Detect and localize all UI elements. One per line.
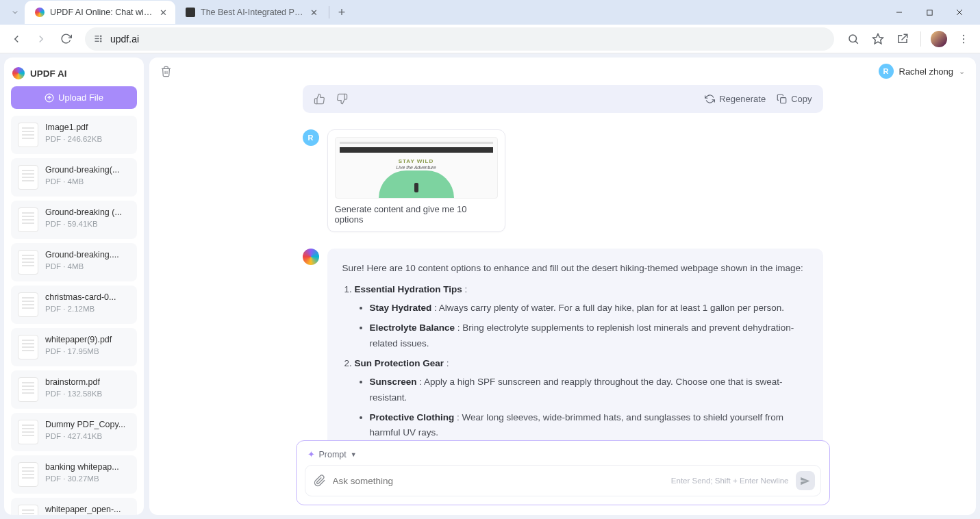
prompt-dropdown[interactable]: ✦ Prompt ▼	[305, 448, 821, 465]
user-message-text: Generate content and give me 10 options	[335, 204, 498, 225]
ai-bullet: Sunscreen : Apply a high SPF sunscreen a…	[370, 375, 808, 406]
upload-file-button[interactable]: Upload File	[11, 86, 137, 109]
zoom-icon[interactable]	[842, 28, 864, 50]
ai-list-item: Sun Protection Gear :Sunscreen : Apply a…	[355, 356, 808, 440]
address-bar[interactable]: updf.ai	[85, 27, 834, 51]
file-item[interactable]: whitepaper(9).pdf PDF · 17.95MB	[11, 328, 137, 366]
file-item[interactable]: brainstorm.pdf PDF · 132.58KB	[11, 370, 137, 409]
file-icon	[18, 462, 38, 487]
copy-label: Copy	[791, 94, 812, 104]
file-meta: PDF · 132.58KB	[45, 390, 130, 398]
file-icon	[18, 420, 38, 444]
send-button[interactable]	[796, 471, 815, 490]
svg-line-11	[855, 41, 858, 44]
file-name: banking whitepap...	[45, 462, 130, 472]
copy-button[interactable]: Copy	[777, 94, 812, 104]
tab-title: The Best AI-Integrated PDF Edi	[201, 8, 303, 17]
regenerate-label: Regenerate	[719, 94, 766, 104]
thumb-text-2: Live the Adventure	[336, 165, 497, 170]
file-item[interactable]: Ground-breaking(... PDF · 4MB	[11, 158, 137, 197]
profile-button[interactable]	[928, 28, 950, 50]
extensions-icon[interactable]	[892, 28, 914, 50]
ai-list-item: Essential Hydration Tips :Stay Hydrated …	[355, 282, 808, 352]
attached-image-thumbnail[interactable]: STAY WILD Live the Adventure	[335, 137, 498, 199]
ai-intro: Sure! Here are 10 content options to enh…	[342, 261, 808, 277]
regenerate-icon	[705, 94, 715, 104]
sidebar-header: UPDF AI	[11, 64, 137, 86]
user-message-avatar: R	[303, 129, 319, 146]
window-close-button[interactable]	[944, 0, 975, 25]
ai-bullet: Electrolyte Balance : Bring electrolyte …	[370, 320, 808, 352]
file-meta: PDF · 246.62KB	[45, 135, 130, 143]
chrome-menu-button[interactable]	[953, 28, 975, 50]
chevron-down-icon: ⌄	[959, 67, 965, 76]
favicon-generic	[185, 7, 195, 18]
svg-rect-1	[927, 10, 931, 14]
user-name: Rachel zhong	[899, 66, 954, 77]
svg-point-9	[101, 41, 101, 42]
user-menu[interactable]: R Rachel zhong ⌄	[879, 64, 966, 79]
thumb-text-1: STAY WILD	[336, 158, 497, 164]
main-panel: R Rachel zhong ⌄ Regene	[149, 58, 976, 515]
tab-title: UPDF AI Online: Chat with PDF	[50, 8, 153, 17]
message-input[interactable]	[333, 476, 664, 486]
svg-rect-17	[781, 98, 786, 103]
svg-marker-12	[873, 34, 883, 43]
file-name: christmas-card-0...	[45, 292, 130, 302]
chat-scroll[interactable]: Regenerate Copy R STAY WILD Live the	[149, 85, 976, 440]
tab-search-dropdown[interactable]	[5, 3, 25, 22]
file-item[interactable]: Dummy PDF_Copy... PDF · 427.41KB	[11, 413, 137, 451]
file-name: Ground-breaking....	[45, 250, 130, 260]
file-icon	[18, 250, 38, 275]
maximize-button[interactable]	[914, 0, 944, 25]
main-header: R Rachel zhong ⌄	[149, 58, 976, 85]
thumbs-up-icon[interactable]	[314, 93, 325, 105]
file-meta: PDF · 17.95MB	[45, 347, 130, 355]
svg-point-7	[101, 36, 101, 36]
file-item[interactable]: Ground-breaking (... PDF · 59.41KB	[11, 201, 137, 239]
close-icon[interactable]: ✕	[309, 7, 319, 18]
file-icon	[18, 292, 38, 317]
back-button[interactable]	[5, 28, 27, 50]
file-meta: PDF · 30.27MB	[45, 474, 130, 483]
attach-icon[interactable]	[314, 474, 326, 487]
file-name: Image1.pdf	[45, 123, 130, 132]
file-icon	[18, 207, 38, 232]
ai-message: Sure! Here are 10 content options to enh…	[303, 249, 823, 440]
user-message-bubble: STAY WILD Live the Adventure Generate co…	[327, 129, 505, 232]
url-text: updf.ai	[110, 34, 139, 45]
file-meta: PDF · 4MB	[45, 262, 130, 270]
reload-button[interactable]	[55, 28, 77, 50]
input-row: Enter Send; Shift + Enter Newline	[305, 465, 821, 496]
svg-point-8	[101, 38, 101, 39]
minimize-button[interactable]	[884, 0, 914, 25]
file-name: Dummy PDF_Copy...	[45, 420, 130, 429]
file-name: whitepaper(9).pdf	[45, 335, 130, 344]
site-settings-icon[interactable]	[93, 34, 103, 44]
file-item[interactable]: whitepaper_open-...	[11, 498, 137, 515]
new-tab-button[interactable]: +	[332, 3, 351, 22]
file-name: whitepaper_open-...	[45, 505, 130, 514]
forward-button[interactable]	[30, 28, 52, 50]
app-title: UPDF AI	[30, 68, 67, 79]
regenerate-button[interactable]: Regenerate	[705, 94, 766, 104]
close-icon[interactable]: ✕	[158, 7, 168, 18]
tab-secondary[interactable]: The Best AI-Integrated PDF Edi ✕	[175, 1, 326, 24]
favicon-updf	[34, 7, 45, 18]
svg-point-15	[963, 42, 964, 43]
upload-label: Upload File	[58, 92, 103, 103]
file-item[interactable]: christmas-card-0... PDF · 2.12MB	[11, 286, 137, 324]
file-name: Ground-breaking (...	[45, 207, 130, 217]
file-item[interactable]: Ground-breaking.... PDF · 4MB	[11, 243, 137, 281]
delete-icon[interactable]	[160, 66, 172, 77]
file-meta: PDF · 427.41KB	[45, 432, 130, 440]
thumbs-down-icon[interactable]	[336, 93, 348, 105]
file-icon	[18, 505, 38, 515]
file-item[interactable]: Image1.pdf PDF · 246.62KB	[11, 116, 137, 154]
user-avatar: R	[879, 64, 894, 79]
file-item[interactable]: banking whitepap... PDF · 30.27MB	[11, 455, 137, 494]
bookmark-icon[interactable]	[867, 28, 889, 50]
ai-avatar-icon	[303, 249, 319, 265]
tab-updf-ai[interactable]: UPDF AI Online: Chat with PDF ✕	[25, 1, 175, 24]
sidebar: UPDF AI Upload File Image1.pdf PDF · 246…	[4, 58, 144, 515]
